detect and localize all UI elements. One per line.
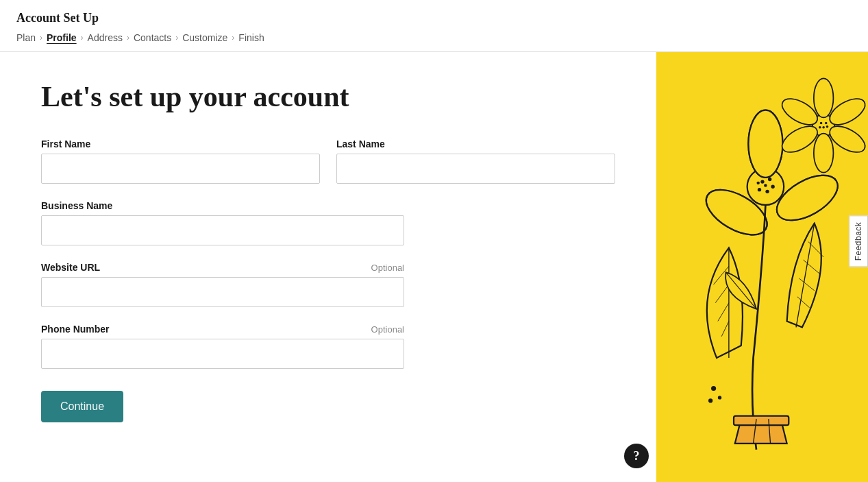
help-button[interactable]: ?	[624, 444, 649, 468]
svg-point-11	[765, 190, 769, 193]
breadcrumb-customize[interactable]: Customize	[182, 32, 227, 43]
header: Account Set Up Plan › Profile › Address …	[0, 0, 868, 52]
website-url-section: Website URL Optional	[41, 262, 615, 307]
business-name-section: Business Name	[41, 200, 615, 245]
feedback-tab-wrapper: Feedback	[849, 215, 868, 267]
breadcrumb-profile[interactable]: Profile	[47, 32, 77, 43]
breadcrumb-address[interactable]: Address	[88, 32, 123, 43]
phone-number-input[interactable]	[41, 339, 404, 369]
svg-point-12	[758, 188, 761, 191]
website-url-optional: Optional	[371, 263, 404, 273]
phone-number-label: Phone Number	[41, 324, 110, 335]
last-name-label: Last Name	[336, 138, 385, 149]
phone-number-optional: Optional	[371, 324, 404, 335]
breadcrumb-sep-3: ›	[127, 33, 129, 43]
svg-point-41	[711, 386, 716, 391]
first-name-input[interactable]	[41, 154, 320, 184]
right-panel	[656, 52, 868, 482]
main-layout: Let's set up your account First Name Las…	[0, 52, 868, 482]
first-name-label-row: First Name	[41, 138, 320, 149]
feedback-tab[interactable]: Feedback	[849, 215, 868, 267]
breadcrumb-contacts[interactable]: Contacts	[134, 32, 171, 43]
name-row: First Name Last Name	[41, 138, 615, 184]
svg-point-5	[748, 110, 782, 178]
svg-point-9	[768, 178, 771, 181]
business-name-input[interactable]	[41, 215, 404, 245]
phone-number-section: Phone Number Optional	[41, 324, 615, 369]
breadcrumb-sep-2: ›	[81, 33, 84, 43]
svg-point-14	[764, 184, 767, 186]
svg-point-42	[718, 396, 721, 399]
business-name-label-row: Business Name	[41, 200, 615, 211]
floral-illustration	[656, 52, 868, 482]
breadcrumb-plan[interactable]: Plan	[16, 32, 36, 43]
continue-button[interactable]: Continue	[41, 391, 123, 422]
website-url-label-row: Website URL Optional	[41, 262, 404, 273]
breadcrumb-finish[interactable]: Finish	[238, 32, 264, 43]
svg-point-32	[814, 134, 834, 173]
svg-point-39	[826, 125, 829, 128]
last-name-input[interactable]	[336, 154, 615, 184]
phone-number-label-row: Phone Number Optional	[41, 324, 404, 335]
breadcrumb-sep-4: ›	[175, 33, 178, 43]
last-name-label-row: Last Name	[336, 138, 615, 149]
svg-point-8	[760, 180, 764, 183]
svg-point-38	[819, 126, 821, 129]
breadcrumb-sep-5: ›	[232, 33, 234, 43]
website-url-label: Website URL	[41, 262, 100, 273]
page-title: Account Set Up	[16, 11, 852, 25]
form-heading: Let's set up your account	[41, 80, 615, 114]
breadcrumb-sep-1: ›	[40, 33, 42, 43]
svg-point-35	[820, 122, 823, 125]
svg-rect-25	[734, 416, 789, 425]
svg-point-36	[825, 122, 828, 125]
svg-point-13	[756, 182, 759, 184]
svg-point-10	[771, 185, 774, 189]
form-area: Let's set up your account First Name Las…	[0, 52, 656, 482]
business-name-label: Business Name	[41, 200, 112, 211]
first-name-group: First Name	[41, 138, 320, 184]
svg-point-37	[822, 126, 825, 129]
website-url-input[interactable]	[41, 277, 404, 307]
last-name-group: Last Name	[336, 138, 615, 184]
svg-point-43	[708, 398, 712, 402]
breadcrumb: Plan › Profile › Address › Contacts › Cu…	[16, 32, 852, 51]
first-name-label: First Name	[41, 138, 90, 149]
svg-point-29	[814, 78, 834, 117]
